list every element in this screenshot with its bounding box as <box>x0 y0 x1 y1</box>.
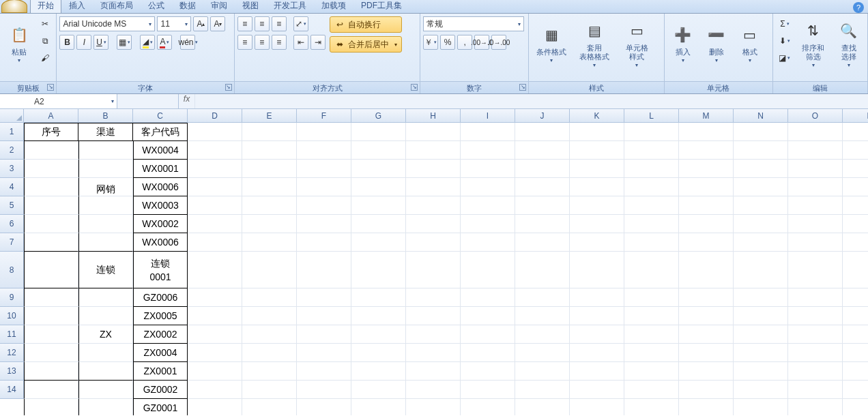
cell-B3[interactable] <box>78 160 133 178</box>
cell-blank[interactable] <box>570 215 624 233</box>
cell-blank[interactable] <box>351 196 406 215</box>
cell-C3[interactable]: WX0001 <box>133 160 188 178</box>
col-header-N[interactable]: N <box>734 109 788 123</box>
tab-pdf[interactable]: PDF工具集 <box>353 0 409 13</box>
font-color-button[interactable]: A▾ <box>157 35 172 50</box>
cell-blank[interactable] <box>843 160 868 178</box>
align-right-button[interactable]: ≡ <box>272 35 287 50</box>
cell-blank[interactable] <box>570 196 624 215</box>
cell-blank[interactable] <box>242 325 297 344</box>
col-header-D[interactable]: D <box>188 109 242 123</box>
cell-blank[interactable] <box>788 381 843 399</box>
select-all-corner[interactable] <box>0 109 24 123</box>
cell-blank[interactable] <box>188 381 242 399</box>
tab-home[interactable]: 开始 <box>30 0 61 13</box>
cell-blank[interactable] <box>188 141 242 160</box>
clipboard-launcher[interactable]: ↘ <box>47 84 54 91</box>
cell-B13[interactable] <box>78 362 133 381</box>
border-button[interactable]: ▦▾ <box>117 35 132 50</box>
cell-blank[interactable] <box>188 325 242 344</box>
cell-blank[interactable] <box>570 252 624 288</box>
cell-blank[interactable] <box>406 178 461 196</box>
cell-blank[interactable] <box>515 123 570 141</box>
cell-blank[interactable] <box>570 307 624 325</box>
clear-button[interactable]: ◪▾ <box>776 50 794 65</box>
cell-blank[interactable] <box>788 123 843 141</box>
font-launcher[interactable]: ↘ <box>225 84 232 91</box>
col-header-I[interactable]: I <box>461 109 515 123</box>
col-header-P[interactable]: P <box>843 109 868 123</box>
comma-button[interactable]: , <box>457 35 472 50</box>
cell-A2[interactable] <box>24 141 78 160</box>
cell-blank[interactable] <box>188 160 242 178</box>
spreadsheet-grid[interactable]: ABCDEFGHIJKLMNOP 1234567891011121314 序号 … <box>0 109 868 415</box>
percent-button[interactable]: % <box>440 35 455 50</box>
cell-blank[interactable] <box>679 123 734 141</box>
cell-blank[interactable] <box>570 344 624 362</box>
cell-blank[interactable] <box>515 288 570 307</box>
cell-blank[interactable] <box>515 160 570 178</box>
cell-A10[interactable] <box>24 307 78 325</box>
cell-blank[interactable] <box>679 215 734 233</box>
cell-blank[interactable] <box>351 325 406 344</box>
cell-blank[interactable] <box>515 307 570 325</box>
cell-blank[interactable] <box>461 307 515 325</box>
cell-blank[interactable] <box>242 215 297 233</box>
cell-blank[interactable] <box>406 325 461 344</box>
help-icon[interactable]: ? <box>853 2 864 13</box>
cell-blank[interactable] <box>679 362 734 381</box>
col-header-M[interactable]: M <box>679 109 734 123</box>
cell-blank[interactable] <box>242 381 297 399</box>
increase-font-button[interactable]: A▴ <box>193 16 208 31</box>
decrease-decimal-button[interactable]: .0→.00 <box>491 35 506 50</box>
cell-blank[interactable] <box>570 381 624 399</box>
cell-blank[interactable] <box>788 399 843 415</box>
cell-blank[interactable] <box>570 233 624 252</box>
cell-blank[interactable] <box>406 288 461 307</box>
cell-blank[interactable] <box>515 215 570 233</box>
cell-blank[interactable] <box>297 399 351 415</box>
cell-blank[interactable] <box>624 381 679 399</box>
cell-blank[interactable] <box>570 399 624 415</box>
cell-blank[interactable] <box>242 123 297 141</box>
cell-B9[interactable] <box>78 288 133 307</box>
cell-blank[interactable] <box>734 215 788 233</box>
cell-blank[interactable] <box>406 381 461 399</box>
cell-blank[interactable] <box>788 160 843 178</box>
office-button[interactable] <box>1 0 27 13</box>
cell-blank[interactable] <box>624 362 679 381</box>
row-header-14[interactable]: 14 <box>0 381 24 399</box>
row-header-2[interactable]: 2 <box>0 141 24 160</box>
cell-blank[interactable] <box>461 160 515 178</box>
cell-A8[interactable] <box>24 252 78 288</box>
conditional-format-button[interactable]: ▦条件格式▾ <box>532 16 571 71</box>
cell-blank[interactable] <box>351 288 406 307</box>
cell-blank[interactable] <box>679 307 734 325</box>
cell-blank[interactable] <box>461 344 515 362</box>
number-format-combo[interactable]: 常规▾ <box>423 16 524 31</box>
copy-button[interactable]: ⧉ <box>38 33 53 48</box>
cell-blank[interactable] <box>843 215 868 233</box>
cell-blank[interactable] <box>679 141 734 160</box>
cell-blank[interactable] <box>843 196 868 215</box>
cell-blank[interactable] <box>624 325 679 344</box>
cell-blank[interactable] <box>843 141 868 160</box>
cell-blank[interactable] <box>624 215 679 233</box>
col-header-E[interactable]: E <box>242 109 297 123</box>
cell-blank[interactable] <box>788 141 843 160</box>
col-header-A[interactable]: A <box>24 109 78 123</box>
cell-blank[interactable] <box>188 215 242 233</box>
cell-blank[interactable] <box>242 196 297 215</box>
cell-blank[interactable] <box>734 399 788 415</box>
cell-blank[interactable] <box>188 307 242 325</box>
decrease-font-button[interactable]: A▾ <box>210 16 225 31</box>
cell-A6[interactable] <box>24 215 78 233</box>
cell-blank[interactable] <box>406 252 461 288</box>
cell-blank[interactable] <box>461 288 515 307</box>
cell-B11[interactable]: ZX <box>78 325 133 344</box>
cell-A3[interactable] <box>24 160 78 178</box>
sort-filter-button[interactable]: ⇅排序和 筛选▾ <box>796 16 831 71</box>
cell-B5[interactable] <box>78 196 133 215</box>
cell-blank[interactable] <box>188 196 242 215</box>
cell-blank[interactable] <box>624 399 679 415</box>
